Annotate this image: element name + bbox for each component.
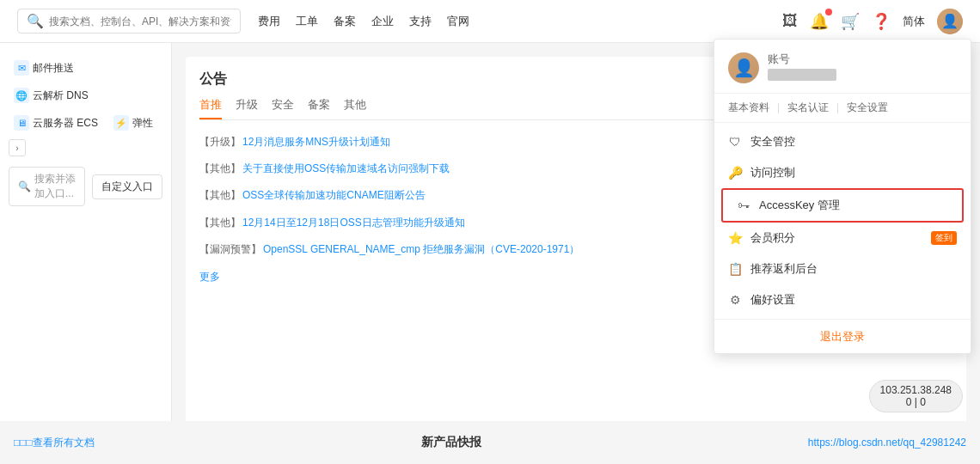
header-nav: 费用 工单 备案 企业 支持 官网: [258, 14, 469, 29]
dropdown-label-preferences: 偏好设置: [750, 292, 957, 308]
nav-item-official[interactable]: 官网: [447, 14, 469, 29]
cart-icon[interactable]: 🛒: [841, 12, 860, 31]
dropdown-label-security-control: 安全管控: [750, 134, 957, 150]
ip-address: 103.251.38.248: [880, 384, 952, 396]
ecs-icon: 🖥: [14, 115, 29, 131]
dns-icon: 🌐: [14, 88, 29, 103]
doc-link[interactable]: □□□查看所有文档: [14, 436, 95, 450]
nav-item-enterprise[interactable]: 企业: [371, 14, 394, 29]
referral-icon: 📋: [728, 262, 742, 276]
search-box[interactable]: 🔍: [17, 9, 241, 34]
dropdown-label-access-control: 访问控制: [750, 165, 957, 180]
key-icon: 🔑: [728, 166, 742, 180]
text-0: 12月消息服务MNS升级计划通知: [242, 136, 390, 148]
dropdown-logout-area: 退出登录: [714, 319, 971, 353]
service-mail-label: 邮件推送: [33, 61, 74, 76]
link-basic-info[interactable]: 基本资料: [728, 101, 769, 115]
elastic-icon: ⚡: [113, 115, 129, 131]
notification-badge: [825, 9, 832, 15]
nav-item-fees[interactable]: 费用: [258, 14, 280, 29]
bottom-section: □□□查看所有文档 新产品快报 https://blog.csdn.net/qq…: [0, 421, 980, 464]
link-real-name[interactable]: 实名认证: [787, 101, 829, 115]
dropdown-item-membership[interactable]: ⭐ 会员积分 签到: [714, 223, 971, 253]
entry-search-icon: 🔍: [18, 180, 31, 192]
dropdown-account-info: 账号: [768, 52, 957, 84]
dropdown-header: 👤 账号: [714, 40, 971, 94]
sidebar: ✉ 邮件推送 🌐 云解析 DNS 🖥 云服务器 ECS ⚡ 弹性 › 🔍 搜索并…: [0, 43, 172, 464]
tag-4: 【漏洞预警】: [199, 243, 261, 255]
dropdown-avatar: 👤: [728, 52, 759, 83]
header-icons: 🖼 🔔 🛒 ❓ 简体 👤: [782, 9, 963, 34]
tab-security[interactable]: 安全: [272, 97, 294, 119]
lang-switcher[interactable]: 简体: [903, 14, 925, 29]
ip-display: 103.251.38.248 0 | 0: [869, 380, 963, 412]
service-ecs-label: 云服务器 ECS: [33, 116, 98, 131]
star-icon: ⭐: [728, 231, 742, 245]
tag-2: 【其他】: [199, 189, 241, 201]
services-expand-arrow[interactable]: ›: [9, 139, 26, 156]
logout-button[interactable]: 退出登录: [820, 330, 865, 343]
nav-item-record[interactable]: 备案: [334, 14, 356, 29]
image-icon[interactable]: 🖼: [782, 12, 798, 30]
search-input[interactable]: [49, 15, 231, 27]
ip-coords: 0 | 0: [880, 396, 952, 408]
tab-record[interactable]: 备案: [308, 97, 330, 119]
user-avatar[interactable]: 👤: [937, 9, 963, 34]
account-label: 账号: [768, 52, 957, 67]
signin-badge[interactable]: 签到: [931, 231, 957, 245]
nav-item-support[interactable]: 支持: [409, 14, 432, 29]
link-security[interactable]: 安全设置: [847, 101, 888, 115]
accesskey-icon: 🗝: [737, 198, 750, 212]
entry-search-box[interactable]: 🔍 搜索并添加入口...: [9, 167, 85, 206]
dropdown-items-list: 🛡 安全管控 🔑 访问控制 🗝 AccessKey 管理 ⭐ 会员积分 签到 📋…: [714, 123, 971, 319]
dropdown-profile-links: 基本资料 实名认证 安全设置: [714, 94, 971, 123]
dropdown-item-accesskey[interactable]: 🗝 AccessKey 管理: [721, 188, 964, 223]
nav-item-ticket[interactable]: 工单: [296, 14, 318, 29]
dropdown-item-security-control[interactable]: 🛡 安全管控: [714, 126, 971, 157]
dropdown-label-membership: 会员积分: [750, 230, 922, 246]
tag-3: 【其他】: [199, 217, 241, 229]
dropdown-label-accesskey: AccessKey 管理: [759, 198, 948, 213]
service-dns[interactable]: 🌐 云解析 DNS: [9, 84, 94, 107]
shield-icon: 🛡: [728, 135, 742, 149]
dropdown-item-access-control[interactable]: 🔑 访问控制: [714, 157, 971, 188]
service-ecs[interactable]: 🖥 云服务器 ECS: [9, 112, 103, 134]
search-icon: 🔍: [27, 13, 44, 29]
custom-entry-button[interactable]: 自定义入口: [92, 174, 162, 199]
dropdown-label-referral: 推荐返利后台: [750, 261, 957, 277]
header: 🔍 费用 工单 备案 企业 支持 官网 🖼 🔔 🛒 ❓ 简体 👤: [0, 0, 980, 43]
gear-icon: ⚙: [728, 293, 742, 307]
tag-1: 【其他】: [199, 162, 241, 174]
dropdown-item-preferences[interactable]: ⚙ 偏好设置: [714, 284, 971, 315]
account-name-blurred: [768, 69, 836, 81]
mail-icon: ✉: [14, 60, 29, 76]
sidebar-services: ✉ 邮件推送 🌐 云解析 DNS 🖥 云服务器 ECS ⚡ 弹性 ›: [0, 57, 171, 156]
tab-upgrade[interactable]: 升级: [236, 97, 258, 119]
help-icon[interactable]: ❓: [872, 12, 891, 31]
divider-2: [837, 103, 838, 113]
dropdown-item-referral[interactable]: 📋 推荐返利后台: [714, 253, 971, 284]
service-elastic-label: 弹性: [132, 116, 153, 131]
search-entry-area: 🔍 搜索并添加入口... 自定义入口: [9, 167, 162, 206]
entry-search-placeholder: 搜索并添加入口...: [34, 172, 76, 201]
tag-0: 【升级】: [199, 136, 241, 148]
text-3: 12月14日至12月18日OSS日志管理功能升级通知: [242, 217, 465, 229]
tab-other[interactable]: 其他: [344, 97, 366, 119]
divider-1: [778, 103, 779, 113]
tab-featured[interactable]: 首推: [199, 97, 222, 119]
csdn-link[interactable]: https://blog.csdn.net/qq_42981242: [808, 437, 966, 449]
service-elastic[interactable]: ⚡ 弹性: [108, 112, 158, 134]
text-2: OSS全球传输加速功能CNAME阻断公告: [242, 189, 426, 201]
text-1: 关于直接使用OSS传输加速域名访问强制下载: [242, 162, 450, 174]
user-dropdown-menu: 👤 账号 基本资料 实名认证 安全设置 🛡 安全管控 🔑 访问控制 🗝 Acce…: [714, 39, 971, 354]
bell-icon[interactable]: 🔔: [810, 12, 829, 31]
service-mail[interactable]: ✉ 邮件推送: [9, 57, 79, 79]
service-dns-label: 云解析 DNS: [33, 89, 89, 103]
text-4: OpenSSL GENERAL_NAME_cmp 拒绝服务漏洞（CVE-2020…: [263, 243, 579, 255]
new-products-title: 新产品快报: [421, 435, 481, 450]
